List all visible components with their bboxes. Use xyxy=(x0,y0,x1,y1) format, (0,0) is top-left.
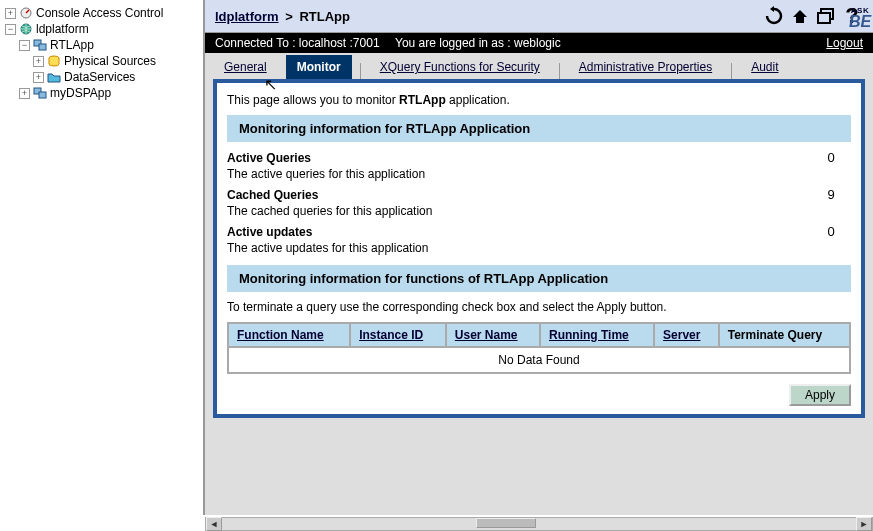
svg-rect-9 xyxy=(818,13,830,23)
globe-icon xyxy=(19,22,33,36)
metric-active-updates-desc: The active updates for this application xyxy=(227,241,851,255)
scroll-left-icon[interactable]: ◄ xyxy=(206,517,222,531)
tree-label: ldplatform xyxy=(36,22,89,36)
breadcrumb-current: RTLApp xyxy=(299,9,350,24)
tree-item-console[interactable]: + Console Access Control xyxy=(5,5,198,21)
home-icon[interactable] xyxy=(789,5,811,27)
tab-admin[interactable]: Administrative Properties xyxy=(568,55,723,79)
logged-in-as: You are logged in as : weblogic xyxy=(395,36,826,50)
app-icon xyxy=(33,86,47,100)
metric-active-updates-label: Active updates xyxy=(227,225,811,239)
breadcrumb: ldplatform > RTLApp xyxy=(215,9,763,24)
windows-icon[interactable] xyxy=(815,5,837,27)
metric-cached-queries-label: Cached Queries xyxy=(227,188,811,202)
be-label: BE xyxy=(847,15,873,29)
intro-post: application. xyxy=(446,93,510,107)
tab-bar: General Monitor XQuery Functions for Sec… xyxy=(205,53,873,79)
ask-badge[interactable]: ASK BE xyxy=(847,6,873,29)
tree-item-ldplatform[interactable]: − ldplatform xyxy=(5,21,198,37)
metric-active-queries-value: 0 xyxy=(811,150,851,165)
expand-icon[interactable]: + xyxy=(33,56,44,67)
scroll-track[interactable] xyxy=(222,517,856,531)
svg-rect-7 xyxy=(39,92,46,98)
metric-cached-queries-desc: The cached queries for this application xyxy=(227,204,851,218)
col-server[interactable]: Server xyxy=(654,323,719,347)
intro-app: RTLApp xyxy=(399,93,446,107)
content-box: This page allows you to monitor RTLApp a… xyxy=(213,79,865,418)
tree-item-physical[interactable]: + Physical Sources xyxy=(5,53,198,69)
tree-item-mydspapp[interactable]: + myDSPApp xyxy=(5,85,198,101)
connection-bar: Connected To : localhost :7001 You are l… xyxy=(205,33,873,53)
logout-link[interactable]: Logout xyxy=(826,36,863,50)
dial-icon xyxy=(19,6,33,20)
intro-pre: This page allows you to monitor xyxy=(227,93,399,107)
nav-tree: + Console Access Control − ldplatform − … xyxy=(0,0,205,515)
no-data-cell: No Data Found xyxy=(228,347,850,373)
refresh-icon[interactable] xyxy=(763,5,785,27)
horizontal-scrollbar[interactable]: ◄ ► xyxy=(205,517,873,531)
col-instance-id[interactable]: Instance ID xyxy=(350,323,446,347)
tree-label: Console Access Control xyxy=(36,6,163,20)
metrics-block: Active Queries 0 The active queries for … xyxy=(227,150,851,255)
metric-active-updates-value: 0 xyxy=(811,224,851,239)
tab-sep xyxy=(559,63,560,79)
metric-active-queries-label: Active Queries xyxy=(227,151,811,165)
expand-icon[interactable]: + xyxy=(19,88,30,99)
tree-item-rtlapp[interactable]: − RTLApp xyxy=(5,37,198,53)
tab-monitor[interactable]: Monitor xyxy=(286,55,352,79)
tab-audit[interactable]: Audit xyxy=(740,55,789,79)
functions-table: Function Name Instance ID User Name Runn… xyxy=(227,322,851,374)
section-monitoring-func: Monitoring information for functions of … xyxy=(227,265,851,292)
col-user-name[interactable]: User Name xyxy=(446,323,540,347)
scroll-right-icon[interactable]: ► xyxy=(856,517,872,531)
col-function-name[interactable]: Function Name xyxy=(228,323,350,347)
col-link[interactable]: Function Name xyxy=(237,328,324,342)
tree-label: DataServices xyxy=(64,70,135,84)
tab-sep xyxy=(731,63,732,79)
tree-label: RTLApp xyxy=(50,38,94,52)
page-intro: This page allows you to monitor RTLApp a… xyxy=(227,93,851,107)
col-terminate: Terminate Query xyxy=(719,323,850,347)
terminate-instruction: To terminate a query use the correspondi… xyxy=(227,300,851,314)
scroll-thumb[interactable] xyxy=(476,518,536,528)
tree-label: Physical Sources xyxy=(64,54,156,68)
col-link[interactable]: User Name xyxy=(455,328,518,342)
app-icon xyxy=(33,38,47,52)
collapse-icon[interactable]: − xyxy=(5,24,16,35)
collapse-icon[interactable]: − xyxy=(19,40,30,51)
col-link[interactable]: Running Time xyxy=(549,328,629,342)
col-running-time[interactable]: Running Time xyxy=(540,323,654,347)
database-icon xyxy=(47,54,61,68)
tree-label: myDSPApp xyxy=(50,86,111,100)
tab-sep xyxy=(360,63,361,79)
section-monitoring-app: Monitoring information for RTLApp Applic… xyxy=(227,115,851,142)
expand-icon[interactable]: + xyxy=(33,72,44,83)
breadcrumb-root[interactable]: ldplatform xyxy=(215,9,279,24)
metric-cached-queries-value: 9 xyxy=(811,187,851,202)
connected-to: Connected To : localhost :7001 xyxy=(215,36,395,50)
metric-active-queries-desc: The active queries for this application xyxy=(227,167,851,181)
col-link[interactable]: Instance ID xyxy=(359,328,423,342)
breadcrumb-sep: > xyxy=(282,9,296,24)
col-link[interactable]: Server xyxy=(663,328,700,342)
tree-item-dataservices[interactable]: + DataServices xyxy=(5,69,198,85)
breadcrumb-bar: ldplatform > RTLApp ? ASK BE xyxy=(205,0,873,33)
tab-xquery[interactable]: XQuery Functions for Security xyxy=(369,55,551,79)
tab-general[interactable]: General xyxy=(213,55,278,79)
apply-button[interactable]: Apply xyxy=(789,384,851,406)
folder-icon xyxy=(47,70,61,84)
expand-icon[interactable]: + xyxy=(5,8,16,19)
svg-rect-4 xyxy=(39,44,46,50)
